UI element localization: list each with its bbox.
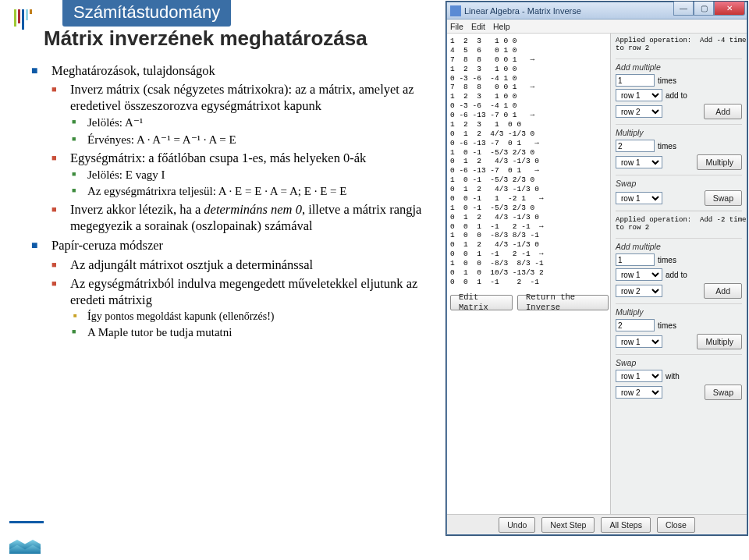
operations-pane: Applied operation: Add -4 times row 1 to… xyxy=(611,34,747,514)
matrix-row: 0 0 1 -1 2 -1 → xyxy=(450,250,609,259)
times-label-3: times xyxy=(658,256,676,264)
matrix-row: 0 -3 -6 -4 1 0 xyxy=(450,101,609,111)
add-button[interactable]: Add xyxy=(704,104,742,119)
matrix-row: 1 0 -1 -5/3 2/3 0 xyxy=(450,175,609,185)
matrix-row: 0 1 2 4/3 -1/3 0 xyxy=(450,213,609,222)
l2-exists-em: determináns nem 0 xyxy=(204,202,302,217)
l2-rowreduce: Az egységmátrixból indulva megengedett m… xyxy=(70,276,417,307)
domain-badge: Számítástudomány xyxy=(62,0,231,27)
multiply-button-2[interactable]: Multiply xyxy=(697,334,742,349)
multiply-value-input-2[interactable] xyxy=(616,319,655,331)
close-app-button[interactable]: Close xyxy=(657,517,695,533)
matrix-row: 7 8 8 0 0 1 → xyxy=(450,55,609,65)
matrix-row: 0 1 2 4/3 -1/3 0 xyxy=(450,129,609,139)
swap-title-2: Swap xyxy=(616,358,742,367)
titlebar[interactable]: Linear Algebra - Matrix Inverse — ▢ ✕ xyxy=(447,2,747,19)
applied-operation-2: Applied operation: Add -2 times row 3 to… xyxy=(616,216,742,232)
add-multiple-title: Add multiple xyxy=(616,62,742,72)
multiply-title: Multiply xyxy=(616,128,742,137)
matrix-row: 0 -6 -13 -7 0 1 → xyxy=(450,139,609,148)
times-label-2: times xyxy=(658,142,676,151)
add-button-2[interactable]: Add xyxy=(704,283,742,299)
l3-notation-ainv: Jelölés: A⁻¹ xyxy=(87,116,143,129)
menu-file[interactable]: File xyxy=(450,22,463,31)
matrix-steps-pane: 1 2 3 1 0 04 5 6 0 1 07 8 8 0 0 1 →1 2 3… xyxy=(447,34,611,514)
app-icon xyxy=(450,5,461,16)
matrix-row: 0 0 1 -1 2 -1 xyxy=(450,278,609,287)
matrix-row: 0 0 1 -1 2 -1 → xyxy=(450,222,609,232)
matrix-row: 1 0 -1 -5/3 2/3 0 xyxy=(450,148,609,158)
minimize-button[interactable]: — xyxy=(673,2,694,16)
times-label: times xyxy=(658,76,676,85)
matrix-row: 1 0 -1 -5/3 2/3 0 xyxy=(450,204,609,213)
l2-adjugate: Az adjungált mátrixot osztjuk a determin… xyxy=(70,257,313,272)
matrix-row: 0 1 2 4/3 -1/3 0 xyxy=(450,240,609,250)
add-dst-row-select[interactable]: row 2 xyxy=(616,105,662,118)
l2-exists-pre: Inverz akkor létezik, ha a xyxy=(70,202,204,217)
matrix-row: 1 2 3 1 0 0 xyxy=(450,120,609,129)
matrix-row: 1 2 3 1 0 0 xyxy=(450,92,609,101)
swap-row-b-select-2[interactable]: row 2 xyxy=(616,386,662,399)
swap-with-label: with xyxy=(666,372,680,381)
matrix-row: 0 -6 -13 -7 0 1 → xyxy=(450,111,609,120)
next-step-button[interactable]: Next Step xyxy=(541,517,595,533)
l2-inverse-def: Inverz mátrix (csak négyzetes mátrixokra… xyxy=(70,82,414,113)
all-steps-button[interactable]: All Steps xyxy=(601,517,650,533)
add-dst-row-select-2[interactable]: row 2 xyxy=(616,285,662,297)
matrix-row: 7 8 8 0 0 1 → xyxy=(450,83,609,92)
l4-exact: Így pontos megoldást kapunk (ellenőrzés!… xyxy=(87,310,275,322)
multiply-button[interactable]: Multiply xyxy=(697,154,742,170)
l1-paper-method: Papír-ceruza módszer xyxy=(51,238,163,253)
add-src-row-select-2[interactable]: row 1 xyxy=(616,268,662,281)
applied-operation-1: Applied operation: Add -4 times row 1 to… xyxy=(616,37,742,52)
addto-label: add to xyxy=(666,91,687,100)
matrix-row: 1 0 0 -8/3 8/3 -1 xyxy=(450,259,609,268)
maple-tutor-window: Linear Algebra - Matrix Inverse — ▢ ✕ Fi… xyxy=(446,2,747,535)
multiply-value-input[interactable] xyxy=(616,140,655,152)
multiply-row-select-2[interactable]: row 1 xyxy=(616,335,662,348)
edit-matrix-button[interactable]: Edit Matrix xyxy=(450,295,513,310)
matrix-row: 4 5 6 0 1 0 xyxy=(450,46,609,55)
page-title: Mátrix inverzének meghatározása xyxy=(44,27,367,51)
lecture-content: Meghatározások, tulajdonságok Inverz mát… xyxy=(31,62,437,343)
return-inverse-button[interactable]: Return the Inverse xyxy=(517,295,609,310)
add-src-row-select[interactable]: row 1 xyxy=(616,89,662,101)
menu-edit[interactable]: Edit xyxy=(471,22,485,31)
bottom-toolbar: Undo Next Step All Steps Close xyxy=(447,514,747,534)
addto-label-2: add to xyxy=(666,271,687,279)
l3-notation-e: Jelölés: E vagy I xyxy=(87,168,165,181)
matrix-row: 0 1 2 4/3 -1/3 0 xyxy=(450,157,609,166)
swap-button[interactable]: Swap xyxy=(705,190,742,206)
menu-help[interactable]: Help xyxy=(493,22,510,31)
matrix-row: 1 2 3 1 0 0 xyxy=(450,65,609,74)
l1-definitions: Meghatározások, tulajdonságok xyxy=(51,63,215,78)
menubar: File Edit Help xyxy=(447,19,747,34)
multiply-title-2: Multiply xyxy=(616,307,742,317)
l3-valid-eq: Érvényes: A · A⁻¹ = A⁻¹ · A = E xyxy=(87,133,236,146)
undo-button[interactable]: Undo xyxy=(499,517,535,533)
add-multiple-title-2: Add multiple xyxy=(616,242,742,251)
footer-logo-icon xyxy=(9,521,44,554)
l3-maple: A Maple tutor be tudja mutatni xyxy=(87,326,232,338)
multiply-row-select[interactable]: row 1 xyxy=(616,156,662,168)
times-label-4: times xyxy=(658,321,676,330)
swap-button-2[interactable]: Swap xyxy=(705,385,742,400)
matrix-row: 0 -3 -6 -4 1 0 xyxy=(450,74,609,83)
matrix-row: 0 -6 -13 -7 0 1 → xyxy=(450,166,609,175)
swap-row-a-select[interactable]: row 1 xyxy=(616,192,662,204)
swap-row-a-select-2[interactable]: row 1 xyxy=(616,370,662,382)
matrix-row: 0 0 -1 1 -2 1 → xyxy=(450,194,609,204)
l3-identity-props: Az egységmátrixra teljesül: A · E = E · … xyxy=(87,185,346,197)
maximize-button[interactable]: ▢ xyxy=(694,2,714,16)
matrix-row: 0 1 2 4/3 -1/3 0 xyxy=(450,185,609,194)
add-multiple-input-2[interactable] xyxy=(616,253,655,266)
add-multiple-input[interactable] xyxy=(616,74,655,87)
matrix-row: 1 0 0 -8/3 8/3 -1 xyxy=(450,231,609,240)
swap-title: Swap xyxy=(616,179,742,188)
matrix-row: 1 2 3 1 0 0 xyxy=(450,37,609,46)
l2-identity-def: Egységmátrix: a főátlóban csupa 1-es, má… xyxy=(70,151,366,165)
matrix-row: 0 1 0 10/3 -13/3 2 xyxy=(450,268,609,278)
close-button[interactable]: ✕ xyxy=(714,2,745,16)
header-accent-bars xyxy=(14,9,32,30)
